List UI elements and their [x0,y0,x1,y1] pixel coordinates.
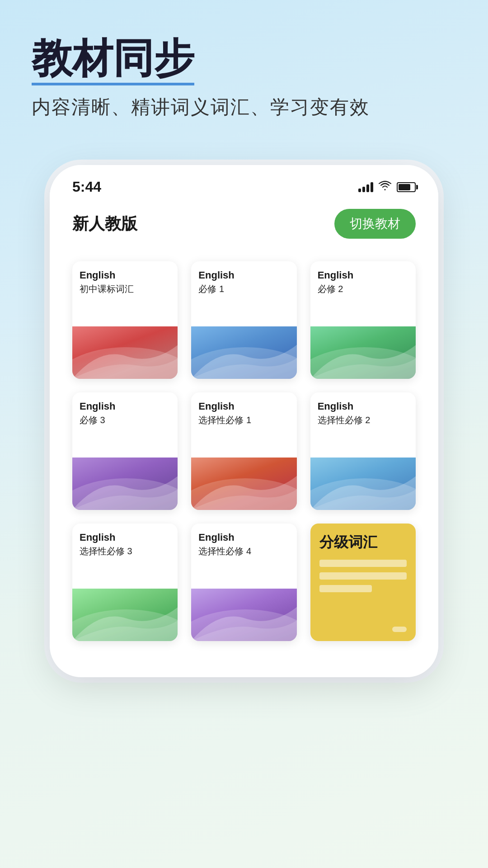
signal-icon [358,182,373,192]
battery-icon [397,182,416,192]
book-art-4 [191,458,296,510]
book-art-2 [310,326,416,379]
page-subtitle: 内容清晰、精讲词义词汇、学习变有效 [32,94,456,120]
book-label-3: English [80,401,170,412]
vocab-corner-decoration [392,627,407,632]
book-label-7: English [198,532,289,543]
book-label-4: English [198,401,289,412]
page-header: 教材同步 内容清晰、精讲词义词汇、学习变有效 [0,0,488,138]
page-wrapper: 教材同步 内容清晰、精讲词义词汇、学习变有效 5:44 [0,0,488,677]
switch-textbook-button[interactable]: 切换教材 [334,209,416,239]
book-art-1 [191,326,296,379]
book-subtitle-0: 初中课标词汇 [80,283,170,295]
vocab-title: 分级词汇 [319,533,407,552]
books-grid: English 初中课标词汇 English 必修 1 [50,252,438,650]
book-card-3[interactable]: English 必修 3 [72,392,178,510]
book-art-3 [72,458,178,510]
nav-bar: 新人教版 切换教材 [50,200,438,252]
book-art-0 [72,326,178,379]
book-art-7 [191,589,296,641]
book-label-5: English [318,401,408,412]
book-card-0[interactable]: English 初中课标词汇 [72,261,178,379]
book-subtitle-7: 选择性必修 4 [198,545,289,557]
status-time: 5:44 [72,179,101,195]
book-subtitle-6: 选择性必修 3 [80,545,170,557]
book-label-0: English [80,269,170,281]
book-card-5[interactable]: English 选择性必修 2 [310,392,416,510]
book-card-2[interactable]: English 必修 2 [310,261,416,379]
book-label-1: English [198,269,289,281]
book-subtitle-2: 必修 2 [318,283,408,295]
book-subtitle-4: 选择性必修 1 [198,414,289,426]
book-card-7[interactable]: English 选择性必修 4 [191,524,296,641]
book-card-1[interactable]: English 必修 1 [191,261,296,379]
book-card-6[interactable]: English 选择性必修 3 [72,524,178,641]
vocab-lines [319,560,407,622]
book-art-6 [72,589,178,641]
book-art-5 [310,458,416,510]
page-title: 教材同步 [32,36,456,81]
status-icons [358,181,416,193]
book-subtitle-3: 必修 3 [80,414,170,426]
status-bar: 5:44 [50,165,438,200]
book-card-4[interactable]: English 选择性必修 1 [191,392,296,510]
vocab-card[interactable]: 分级词汇 [310,524,416,641]
wifi-icon [379,181,391,193]
nav-title: 新人教版 [72,213,137,235]
book-label-2: English [318,269,408,281]
book-label-6: English [80,532,170,543]
book-subtitle-1: 必修 1 [198,283,289,295]
phone-mockup: 5:44 [50,165,438,677]
book-subtitle-5: 选择性必修 2 [318,414,408,426]
